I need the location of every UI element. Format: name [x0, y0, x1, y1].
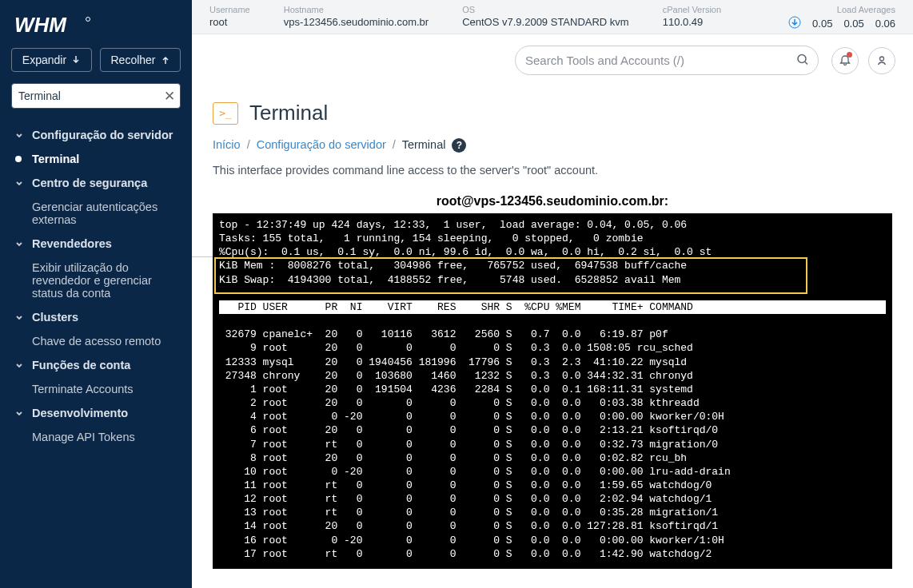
- load-2: 0.05: [843, 18, 863, 30]
- os-value: CentOS v7.9.2009 STANDARD kvm: [462, 16, 629, 28]
- callout-line: [192, 256, 214, 257]
- nav-item[interactable]: Exibir utilização do revendedor e gerenc…: [0, 256, 192, 305]
- collapse-button[interactable]: Recolher: [100, 48, 181, 72]
- username-value: root: [209, 16, 250, 28]
- account-button[interactable]: [868, 47, 895, 74]
- hostname-label: Hostname: [284, 5, 429, 14]
- highlight-box: [214, 257, 807, 294]
- crumb-group[interactable]: Configuração do servidor: [257, 138, 386, 151]
- notifications-button[interactable]: [831, 47, 859, 74]
- nav-item[interactable]: Chave de acesso remoto: [0, 329, 192, 353]
- expand-button[interactable]: Expandir: [11, 48, 92, 72]
- os-label: OS: [462, 5, 629, 14]
- nav-group[interactable]: Clusters: [0, 305, 192, 329]
- nav-item[interactable]: Manage API Tokens: [0, 425, 192, 449]
- load-3: 0.06: [875, 18, 895, 30]
- searchbar: [192, 34, 913, 86]
- download-icon[interactable]: [788, 16, 801, 31]
- sidebar-search-input[interactable]: [11, 83, 181, 109]
- nav-group[interactable]: Configuração do servidor: [0, 123, 192, 147]
- help-icon[interactable]: ?: [452, 138, 466, 153]
- nav-item[interactable]: Terminal: [0, 147, 192, 171]
- hostname-value: vps-123456.seudominio.com.br: [284, 16, 429, 28]
- nav-item[interactable]: Gerenciar autenticações externas: [0, 195, 192, 232]
- notification-dot: [847, 52, 852, 58]
- collapse-label: Recolher: [110, 54, 155, 66]
- crumb-home[interactable]: Início: [213, 138, 241, 151]
- breadcrumb: Início / Configuração do servidor / Term…: [213, 138, 892, 153]
- page-title: Terminal: [249, 101, 328, 125]
- nav-group[interactable]: Centro de segurança: [0, 171, 192, 195]
- whm-logo: WHM: [0, 0, 192, 48]
- terminal-host: root@vps-123456.seudominio.com.br:: [213, 194, 892, 209]
- terminal-icon: >_: [213, 102, 238, 125]
- username-label: Username: [209, 5, 250, 14]
- nav-group[interactable]: Revendedores: [0, 232, 192, 256]
- sidebar: WHM Expandir Recolher ✕ Configuração do …: [0, 0, 192, 588]
- nav-group[interactable]: Desenvolvimento: [0, 401, 192, 425]
- crumb-current: Terminal: [402, 138, 446, 151]
- load-1: 0.05: [812, 18, 832, 30]
- sidebar-nav: Configuração do servidorTerminalCentro d…: [0, 118, 192, 588]
- cpanel-version-label: cPanel Version: [663, 5, 721, 14]
- svg-point-1: [86, 18, 90, 22]
- user-icon: [875, 54, 888, 67]
- arrow-up-icon: [161, 55, 170, 65]
- topbar: Usernameroot Hostnamevps-123456.seudomin…: [192, 0, 913, 34]
- sidebar-search: ✕: [11, 83, 181, 109]
- content: >_ Terminal Início / Configuração do ser…: [192, 86, 913, 588]
- clear-icon[interactable]: ✕: [164, 89, 175, 103]
- arrow-down-icon: [71, 55, 81, 65]
- svg-point-4: [880, 57, 884, 61]
- load-label: Load Averages: [788, 5, 895, 14]
- svg-point-3: [798, 54, 806, 62]
- search-icon[interactable]: [796, 53, 809, 68]
- nav-group[interactable]: Funções de conta: [0, 353, 192, 377]
- main: Usernameroot Hostnamevps-123456.seudomin…: [192, 0, 913, 588]
- nav-item[interactable]: Terminate Accounts: [0, 377, 192, 401]
- expand-label: Expandir: [22, 54, 66, 66]
- search-input[interactable]: [515, 46, 819, 75]
- page-description: This interface provides command line acc…: [213, 164, 892, 177]
- svg-text:WHM: WHM: [14, 14, 67, 37]
- cpanel-version-value: 110.0.49: [663, 16, 721, 28]
